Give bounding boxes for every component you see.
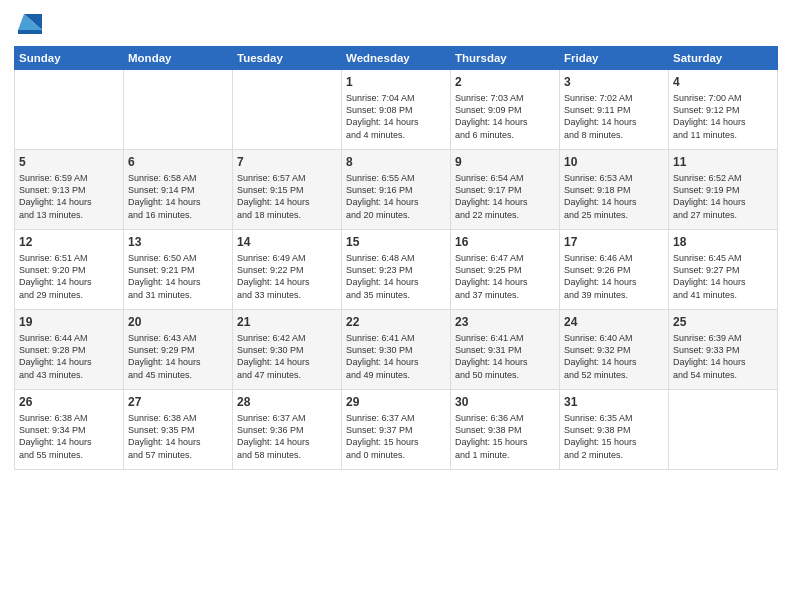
day-number: 22 bbox=[346, 314, 446, 330]
day-cell: 20Sunrise: 6:43 AM Sunset: 9:29 PM Dayli… bbox=[124, 310, 233, 390]
day-cell: 11Sunrise: 6:52 AM Sunset: 9:19 PM Dayli… bbox=[669, 150, 778, 230]
logo-icon bbox=[14, 10, 42, 38]
day-cell: 6Sunrise: 6:58 AM Sunset: 9:14 PM Daylig… bbox=[124, 150, 233, 230]
day-info: Sunrise: 6:54 AM Sunset: 9:17 PM Dayligh… bbox=[455, 172, 555, 221]
col-header-saturday: Saturday bbox=[669, 47, 778, 70]
day-number: 3 bbox=[564, 74, 664, 90]
day-cell: 26Sunrise: 6:38 AM Sunset: 9:34 PM Dayli… bbox=[15, 390, 124, 470]
day-number: 6 bbox=[128, 154, 228, 170]
logo bbox=[14, 10, 44, 38]
day-info: Sunrise: 6:38 AM Sunset: 9:35 PM Dayligh… bbox=[128, 412, 228, 461]
day-cell: 1Sunrise: 7:04 AM Sunset: 9:08 PM Daylig… bbox=[342, 70, 451, 150]
header bbox=[14, 10, 778, 38]
day-number: 8 bbox=[346, 154, 446, 170]
day-number: 27 bbox=[128, 394, 228, 410]
day-number: 15 bbox=[346, 234, 446, 250]
day-cell: 2Sunrise: 7:03 AM Sunset: 9:09 PM Daylig… bbox=[451, 70, 560, 150]
day-number: 1 bbox=[346, 74, 446, 90]
day-info: Sunrise: 6:38 AM Sunset: 9:34 PM Dayligh… bbox=[19, 412, 119, 461]
day-number: 25 bbox=[673, 314, 773, 330]
day-number: 21 bbox=[237, 314, 337, 330]
day-cell: 24Sunrise: 6:40 AM Sunset: 9:32 PM Dayli… bbox=[560, 310, 669, 390]
day-info: Sunrise: 6:35 AM Sunset: 9:38 PM Dayligh… bbox=[564, 412, 664, 461]
day-cell: 30Sunrise: 6:36 AM Sunset: 9:38 PM Dayli… bbox=[451, 390, 560, 470]
day-info: Sunrise: 6:42 AM Sunset: 9:30 PM Dayligh… bbox=[237, 332, 337, 381]
day-info: Sunrise: 6:44 AM Sunset: 9:28 PM Dayligh… bbox=[19, 332, 119, 381]
day-info: Sunrise: 6:48 AM Sunset: 9:23 PM Dayligh… bbox=[346, 252, 446, 301]
day-info: Sunrise: 6:51 AM Sunset: 9:20 PM Dayligh… bbox=[19, 252, 119, 301]
day-cell: 14Sunrise: 6:49 AM Sunset: 9:22 PM Dayli… bbox=[233, 230, 342, 310]
day-cell: 12Sunrise: 6:51 AM Sunset: 9:20 PM Dayli… bbox=[15, 230, 124, 310]
day-info: Sunrise: 6:53 AM Sunset: 9:18 PM Dayligh… bbox=[564, 172, 664, 221]
day-info: Sunrise: 6:49 AM Sunset: 9:22 PM Dayligh… bbox=[237, 252, 337, 301]
day-info: Sunrise: 6:40 AM Sunset: 9:32 PM Dayligh… bbox=[564, 332, 664, 381]
day-info: Sunrise: 6:41 AM Sunset: 9:30 PM Dayligh… bbox=[346, 332, 446, 381]
day-info: Sunrise: 7:03 AM Sunset: 9:09 PM Dayligh… bbox=[455, 92, 555, 141]
day-info: Sunrise: 6:55 AM Sunset: 9:16 PM Dayligh… bbox=[346, 172, 446, 221]
day-cell: 18Sunrise: 6:45 AM Sunset: 9:27 PM Dayli… bbox=[669, 230, 778, 310]
day-cell: 4Sunrise: 7:00 AM Sunset: 9:12 PM Daylig… bbox=[669, 70, 778, 150]
day-info: Sunrise: 7:00 AM Sunset: 9:12 PM Dayligh… bbox=[673, 92, 773, 141]
day-number: 10 bbox=[564, 154, 664, 170]
col-header-friday: Friday bbox=[560, 47, 669, 70]
week-row-4: 19Sunrise: 6:44 AM Sunset: 9:28 PM Dayli… bbox=[15, 310, 778, 390]
day-info: Sunrise: 6:58 AM Sunset: 9:14 PM Dayligh… bbox=[128, 172, 228, 221]
day-info: Sunrise: 6:50 AM Sunset: 9:21 PM Dayligh… bbox=[128, 252, 228, 301]
week-row-3: 12Sunrise: 6:51 AM Sunset: 9:20 PM Dayli… bbox=[15, 230, 778, 310]
day-cell: 17Sunrise: 6:46 AM Sunset: 9:26 PM Dayli… bbox=[560, 230, 669, 310]
day-cell: 22Sunrise: 6:41 AM Sunset: 9:30 PM Dayli… bbox=[342, 310, 451, 390]
day-cell: 9Sunrise: 6:54 AM Sunset: 9:17 PM Daylig… bbox=[451, 150, 560, 230]
day-number: 20 bbox=[128, 314, 228, 330]
day-number: 24 bbox=[564, 314, 664, 330]
day-cell: 15Sunrise: 6:48 AM Sunset: 9:23 PM Dayli… bbox=[342, 230, 451, 310]
day-number: 9 bbox=[455, 154, 555, 170]
day-number: 11 bbox=[673, 154, 773, 170]
day-number: 26 bbox=[19, 394, 119, 410]
header-row: SundayMondayTuesdayWednesdayThursdayFrid… bbox=[15, 47, 778, 70]
day-number: 31 bbox=[564, 394, 664, 410]
col-header-tuesday: Tuesday bbox=[233, 47, 342, 70]
day-number: 29 bbox=[346, 394, 446, 410]
day-info: Sunrise: 6:57 AM Sunset: 9:15 PM Dayligh… bbox=[237, 172, 337, 221]
day-cell bbox=[233, 70, 342, 150]
day-info: Sunrise: 6:41 AM Sunset: 9:31 PM Dayligh… bbox=[455, 332, 555, 381]
day-cell: 10Sunrise: 6:53 AM Sunset: 9:18 PM Dayli… bbox=[560, 150, 669, 230]
calendar-table: SundayMondayTuesdayWednesdayThursdayFrid… bbox=[14, 46, 778, 470]
week-row-2: 5Sunrise: 6:59 AM Sunset: 9:13 PM Daylig… bbox=[15, 150, 778, 230]
day-cell: 31Sunrise: 6:35 AM Sunset: 9:38 PM Dayli… bbox=[560, 390, 669, 470]
day-info: Sunrise: 6:47 AM Sunset: 9:25 PM Dayligh… bbox=[455, 252, 555, 301]
day-number: 17 bbox=[564, 234, 664, 250]
day-info: Sunrise: 6:37 AM Sunset: 9:36 PM Dayligh… bbox=[237, 412, 337, 461]
col-header-sunday: Sunday bbox=[15, 47, 124, 70]
day-number: 7 bbox=[237, 154, 337, 170]
day-number: 19 bbox=[19, 314, 119, 330]
day-cell bbox=[669, 390, 778, 470]
day-cell: 3Sunrise: 7:02 AM Sunset: 9:11 PM Daylig… bbox=[560, 70, 669, 150]
day-cell: 13Sunrise: 6:50 AM Sunset: 9:21 PM Dayli… bbox=[124, 230, 233, 310]
day-cell: 27Sunrise: 6:38 AM Sunset: 9:35 PM Dayli… bbox=[124, 390, 233, 470]
day-number: 14 bbox=[237, 234, 337, 250]
day-number: 23 bbox=[455, 314, 555, 330]
svg-rect-2 bbox=[18, 30, 42, 34]
day-number: 18 bbox=[673, 234, 773, 250]
col-header-monday: Monday bbox=[124, 47, 233, 70]
col-header-thursday: Thursday bbox=[451, 47, 560, 70]
day-cell bbox=[15, 70, 124, 150]
day-info: Sunrise: 6:39 AM Sunset: 9:33 PM Dayligh… bbox=[673, 332, 773, 381]
day-number: 2 bbox=[455, 74, 555, 90]
day-info: Sunrise: 7:04 AM Sunset: 9:08 PM Dayligh… bbox=[346, 92, 446, 141]
day-number: 16 bbox=[455, 234, 555, 250]
day-info: Sunrise: 7:02 AM Sunset: 9:11 PM Dayligh… bbox=[564, 92, 664, 141]
day-cell: 7Sunrise: 6:57 AM Sunset: 9:15 PM Daylig… bbox=[233, 150, 342, 230]
day-number: 28 bbox=[237, 394, 337, 410]
week-row-5: 26Sunrise: 6:38 AM Sunset: 9:34 PM Dayli… bbox=[15, 390, 778, 470]
day-number: 13 bbox=[128, 234, 228, 250]
day-info: Sunrise: 6:37 AM Sunset: 9:37 PM Dayligh… bbox=[346, 412, 446, 461]
day-number: 4 bbox=[673, 74, 773, 90]
day-cell: 23Sunrise: 6:41 AM Sunset: 9:31 PM Dayli… bbox=[451, 310, 560, 390]
day-number: 12 bbox=[19, 234, 119, 250]
day-info: Sunrise: 6:45 AM Sunset: 9:27 PM Dayligh… bbox=[673, 252, 773, 301]
day-cell: 25Sunrise: 6:39 AM Sunset: 9:33 PM Dayli… bbox=[669, 310, 778, 390]
day-cell: 5Sunrise: 6:59 AM Sunset: 9:13 PM Daylig… bbox=[15, 150, 124, 230]
day-number: 5 bbox=[19, 154, 119, 170]
